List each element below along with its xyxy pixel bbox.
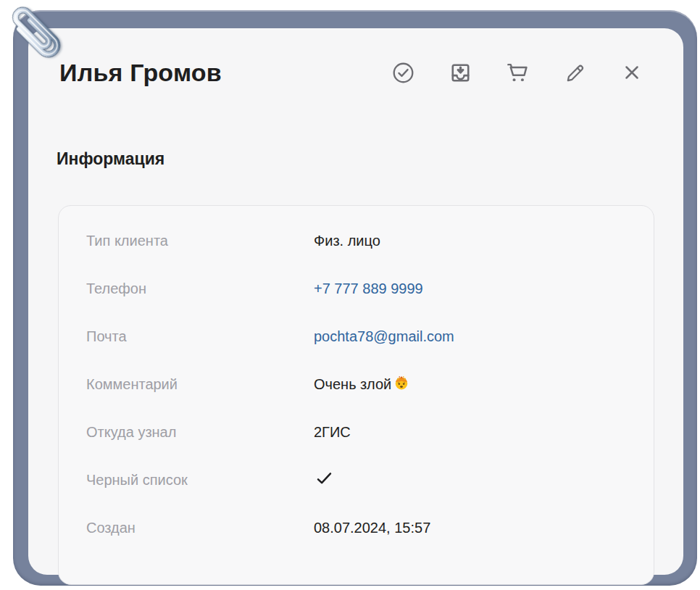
archive-in-icon <box>449 61 472 85</box>
created-value: 08.07.2024, 15:57 <box>314 520 430 536</box>
toolbar <box>391 60 644 85</box>
comment-text: Очень злой <box>314 376 391 393</box>
exploding-head-emoji-icon <box>393 375 409 394</box>
client-details-modal: Илья Громов <box>0 0 700 590</box>
row-label: Черный список <box>86 472 314 489</box>
info-row-blacklist: Черный список <box>59 456 654 504</box>
blacklist-check-icon <box>314 468 335 492</box>
row-label: Почта <box>86 328 314 345</box>
info-section-heading: Информация <box>57 149 164 169</box>
email-link[interactable]: pochta78@gmail.com <box>314 328 454 345</box>
edit-button[interactable] <box>562 60 587 85</box>
archive-button[interactable] <box>448 60 472 85</box>
source-value: 2ГИС <box>314 424 351 441</box>
info-row-phone: Телефон +7 777 889 9999 <box>59 265 654 312</box>
info-row-client-type: Тип клиента Физ. лицо <box>59 217 654 265</box>
close-button[interactable] <box>620 60 644 85</box>
client-type-value: Физ. лицо <box>314 233 380 249</box>
modal-card: Илья Громов <box>28 28 683 575</box>
cart-icon <box>505 60 530 86</box>
close-icon <box>621 62 643 83</box>
row-label: Телефон <box>86 281 314 297</box>
info-row-source: Откуда узнал 2ГИС <box>59 408 654 456</box>
comment-value: Очень злой <box>314 375 409 394</box>
client-name-title: Илья Громов <box>59 57 222 88</box>
info-row-comment: Комментарий Очень злой <box>59 360 654 408</box>
pencil-icon <box>564 62 586 84</box>
phone-link[interactable]: +7 777 889 9999 <box>314 281 423 297</box>
row-label: Комментарий <box>86 376 314 393</box>
info-row-created: Создан 08.07.2024, 15:57 <box>59 504 654 552</box>
row-label: Тип клиента <box>86 233 314 249</box>
info-row-email: Почта pochta78@gmail.com <box>59 312 654 360</box>
info-card: Тип клиента Физ. лицо Телефон +7 777 889… <box>58 205 654 585</box>
row-label: Откуда узнал <box>86 424 314 441</box>
check-circle-icon <box>391 61 415 85</box>
row-label: Создан <box>86 520 314 536</box>
cart-button[interactable] <box>505 60 530 85</box>
confirm-button[interactable] <box>391 60 415 85</box>
blacklist-value <box>314 468 335 492</box>
